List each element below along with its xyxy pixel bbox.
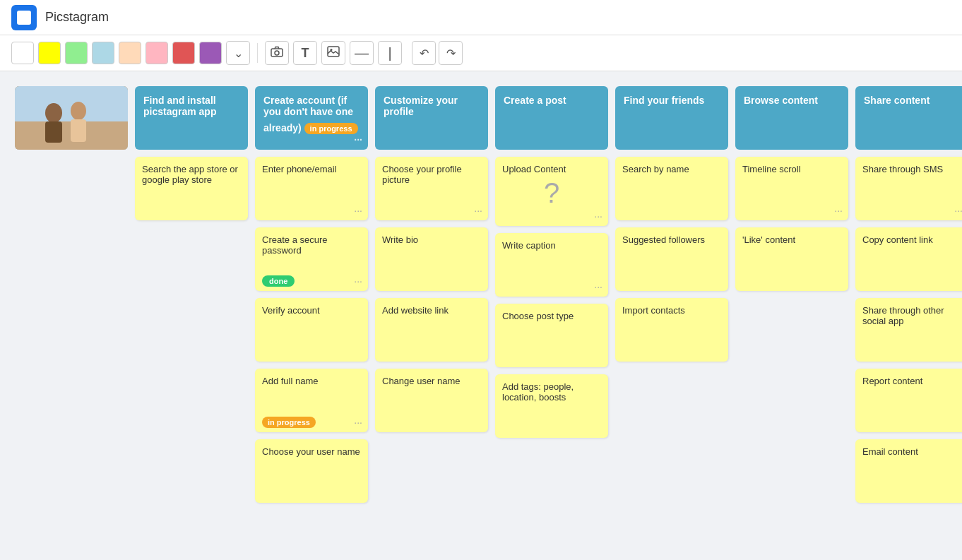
svg-rect-7 [45, 121, 62, 143]
card-text: Enter phone/email [262, 164, 337, 174]
card-add-tags[interactable]: Add tags: people, location, boosts [495, 374, 608, 438]
card-dots[interactable]: ··· [594, 281, 602, 292]
app-title: Picstagram [45, 10, 109, 25]
redo-btn[interactable]: ↷ [439, 41, 463, 65]
undo-btn[interactable]: ↶ [412, 41, 436, 65]
header-card-find-install[interactable]: Find and install picstagram app [135, 86, 248, 150]
card-text: Search by name [622, 164, 689, 174]
redo-icon: ↷ [446, 47, 456, 60]
card-text: Share through SMS [862, 164, 943, 174]
card-suggested-followers[interactable]: Suggested followers [615, 227, 728, 291]
card-add-website[interactable]: Add website link [375, 298, 488, 362]
column-share: Share content Share through SMS ··· Copy… [852, 83, 962, 506]
image-icon [327, 46, 340, 60]
header-card-create-post-text: Create a post [504, 95, 566, 106]
column-browse: Browse content Timeline scroll ··· 'Like… [732, 83, 852, 506]
chevron-down-icon: ⌄ [234, 47, 243, 60]
svg-point-1 [275, 51, 279, 55]
card-text: Choose your profile picture [382, 164, 462, 185]
card-text: Verify account [262, 305, 320, 316]
header-card-create-account[interactable]: Create account (if you don't have one al… [255, 86, 368, 150]
header-card-customize[interactable]: Customize your profile [375, 86, 488, 150]
color-swatch-lightblue[interactable] [92, 42, 114, 64]
color-swatch-pink[interactable] [146, 42, 168, 64]
card-text: Upload Content [502, 164, 566, 174]
column-create-post: Create a post Upload Content ? ··· Write… [492, 83, 612, 506]
color-swatch-peach[interactable] [119, 42, 141, 64]
header: Picstagram [0, 0, 962, 35]
card-email-content[interactable]: Email content [855, 439, 962, 503]
color-swatch-yellow[interactable] [38, 42, 61, 64]
header-card-create-post[interactable]: Create a post [495, 86, 608, 150]
toolbar: ⌄ T — | ↶ ↷ [0, 35, 962, 71]
header-card-find-friends-text: Find your friends [624, 95, 704, 106]
undo-redo-group: ↶ ↷ [412, 41, 463, 65]
header-card-share[interactable]: Share content [855, 86, 962, 150]
card-dots[interactable]: ··· [354, 205, 362, 216]
line-btn[interactable]: — [350, 41, 374, 65]
card-dots[interactable]: ··· [354, 275, 362, 287]
card-verify-account[interactable]: Verify account [255, 298, 368, 362]
card-choose-post-type[interactable]: Choose post type [495, 304, 608, 367]
header-dots[interactable]: ··· [354, 134, 362, 145]
card-write-bio[interactable]: Write bio [375, 227, 488, 291]
card-text: Choose your user name [262, 446, 360, 457]
column-image [11, 83, 131, 506]
card-share-social[interactable]: Share through other social app [855, 298, 962, 362]
card-enter-phone[interactable]: Enter phone/email ··· [255, 157, 368, 220]
card-import-contacts[interactable]: Import contacts [615, 298, 728, 362]
card-copy-link[interactable]: Copy content link [855, 227, 962, 291]
card-text: Import contacts [622, 305, 685, 316]
card-dots[interactable]: ··· [834, 205, 843, 216]
card-create-password[interactable]: Create a secure password done ··· [255, 227, 368, 291]
header-card-find-install-text: Find and install picstagram app [143, 95, 216, 117]
card-report-content[interactable]: Report content [855, 369, 962, 432]
card-search-appstore[interactable]: Search the app store or google play stor… [135, 157, 248, 220]
svg-point-8 [71, 102, 86, 120]
card-text: Report content [862, 376, 922, 386]
card-dots[interactable]: ··· [954, 205, 962, 216]
line-icon: — [355, 45, 369, 61]
undo-icon: ↶ [420, 47, 429, 60]
done-badge: done [262, 275, 295, 287]
header-card-find-friends[interactable]: Find your friends [615, 86, 728, 150]
card-text: Write caption [502, 240, 556, 251]
card-text: Add website link [382, 305, 449, 316]
color-swatch-white[interactable] [11, 42, 34, 64]
camera-btn[interactable] [265, 41, 289, 65]
card-choose-username[interactable]: Choose your user name [255, 439, 368, 503]
card-text: Share through other social app [862, 305, 944, 326]
card-like-content[interactable]: 'Like' content [735, 227, 848, 291]
color-swatch-green[interactable] [65, 42, 88, 64]
card-text: Change user name [382, 376, 461, 386]
card-timeline-scroll[interactable]: Timeline scroll ··· [735, 157, 848, 220]
dropdown-btn[interactable]: ⌄ [226, 41, 250, 65]
card-photo[interactable] [15, 86, 128, 150]
header-card-browse[interactable]: Browse content [735, 86, 848, 150]
card-text: Add tags: people, location, boosts [502, 381, 574, 403]
card-dots[interactable]: ··· [594, 210, 602, 222]
card-search-by-name[interactable]: Search by name [615, 157, 728, 220]
card-upload-content[interactable]: Upload Content ? ··· [495, 157, 608, 226]
divider-btn[interactable]: | [378, 41, 402, 65]
image-btn[interactable] [321, 41, 345, 65]
card-add-fullname[interactable]: Add full name in progress ··· [255, 369, 368, 432]
camera-icon [271, 46, 283, 60]
text-btn[interactable]: T [293, 41, 317, 65]
card-dots[interactable]: ··· [354, 417, 362, 428]
header-card-share-text: Share content [864, 95, 930, 106]
board: Find and install picstagram app Search t… [0, 71, 962, 518]
divider-icon: | [388, 45, 391, 61]
text-icon: T [302, 46, 309, 61]
card-share-sms[interactable]: Share through SMS ··· [855, 157, 962, 220]
color-swatch-purple[interactable] [199, 42, 222, 64]
card-profile-picture[interactable]: Choose your profile picture ··· [375, 157, 488, 220]
color-swatch-red[interactable] [172, 42, 195, 64]
logo-icon[interactable] [11, 5, 37, 30]
column-find-friends: Find your friends Search by name Suggest… [612, 83, 732, 506]
card-change-username[interactable]: Change user name [375, 369, 488, 432]
card-text: Choose post type [502, 311, 574, 321]
card-text: Add full name [262, 376, 319, 386]
card-write-caption[interactable]: Write caption ··· [495, 233, 608, 297]
card-dots[interactable]: ··· [474, 205, 482, 216]
